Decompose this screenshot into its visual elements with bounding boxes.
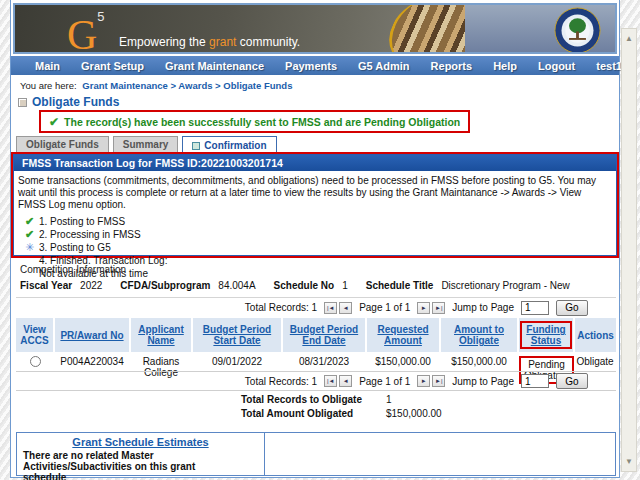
sort-requested-amount[interactable]: Requested Amount xyxy=(377,324,428,346)
vertical-scrollbar[interactable]: ▲ ▼ xyxy=(621,28,637,472)
page-title-row: Obligate Funds xyxy=(18,95,119,109)
fmss-step-2: ✔2. Processing in FMSS xyxy=(24,228,616,241)
g5-logo: G5 xyxy=(67,9,105,54)
page-indicator: Page 1 of 1 xyxy=(359,302,410,313)
breadcrumb: You are here: Grant Maintenance > Awards… xyxy=(20,80,292,91)
competition-section-label: Competition Information xyxy=(20,264,580,275)
first-page-button[interactable]: |◄ xyxy=(324,302,337,314)
page-title-icon xyxy=(18,98,27,107)
jump-to-page-label: Jump to Page xyxy=(452,302,514,313)
col-budget-end: Budget Period End Date xyxy=(282,318,366,352)
fiscal-year-value: 2022 xyxy=(80,280,102,291)
sort-funding-status[interactable]: Funding Status xyxy=(526,324,565,346)
success-message-text: The record(s) have been successfully sen… xyxy=(64,116,460,128)
col-requested-amount: Requested Amount xyxy=(366,318,440,352)
tab-summary-label: Summary xyxy=(123,139,169,150)
total-records-label: Total Records: 1 xyxy=(245,376,317,387)
tab-obligate-funds-label: Obligate Funds xyxy=(26,139,99,150)
nav-username: test1 xyxy=(596,60,622,72)
table-header-row: View ACCS PR/Award No Applicant Name Bud… xyxy=(16,318,616,352)
competition-information: Competition Information Fiscal Year2022 … xyxy=(20,264,580,291)
g5-logo-5: 5 xyxy=(97,9,104,24)
fmss-panel-instructions: Some transactions (commitments, decommit… xyxy=(14,171,616,213)
grant-schedule-estimates-title[interactable]: Grant Schedule Estimates xyxy=(61,436,221,448)
sort-applicant-name[interactable]: Applicant Name xyxy=(138,324,184,346)
jump-to-page-input[interactable] xyxy=(521,374,549,388)
down-arrow-icon: ▼ xyxy=(625,457,633,466)
pagination-bottom: Total Records: 1 |◄ ◄ Page 1 of 1 ► ►| J… xyxy=(16,371,616,391)
fmss-step-1: ✔1. Posting to FMSS xyxy=(24,215,616,228)
jump-to-page-input[interactable] xyxy=(521,301,549,315)
sort-pr-award-no[interactable]: PR/Award No xyxy=(60,330,123,341)
prev-page-button[interactable]: ◄ xyxy=(339,302,352,314)
page-indicator: Page 1 of 1 xyxy=(359,376,410,387)
total-amount-obligated-value: $150,000.00 xyxy=(386,407,442,421)
next-page-button[interactable]: ► xyxy=(417,302,430,314)
last-page-button[interactable]: ►| xyxy=(432,375,445,387)
schedule-no-label: Schedule No xyxy=(274,280,335,291)
tab-confirmation-label: Confirmation xyxy=(204,140,266,151)
total-records-label: Total Records: 1 xyxy=(245,302,317,313)
fiscal-year-label: Fiscal Year xyxy=(20,280,72,291)
col-view-accs: View ACCS xyxy=(16,318,54,352)
sort-amount-to-obligate[interactable]: Amount to Obligate xyxy=(454,324,504,346)
step-done-icon: ✔ xyxy=(24,228,35,241)
fmss-panel-inner: FMSS Transaction Log for FMSS ID:2022100… xyxy=(13,154,617,256)
total-records-to-obligate-value: 1 xyxy=(386,393,392,407)
col-amount-to-obligate: Amount to Obligate xyxy=(440,318,518,352)
tagline-suffix: community. xyxy=(236,35,300,49)
total-amount-obligated-label: Total Amount Obligated xyxy=(241,407,386,421)
nav-grant-setup[interactable]: Grant Setup xyxy=(81,60,144,72)
jump-to-page-label: Jump to Page xyxy=(452,376,514,387)
go-button[interactable]: Go xyxy=(556,373,588,389)
g5-application-window: G5 Empowering the grant community. Main … xyxy=(0,0,640,480)
tab-summary[interactable]: Summary xyxy=(113,136,179,153)
page-content: G5 Empowering the grant community. Main … xyxy=(10,0,620,478)
fmss-transaction-log-panel: FMSS Transaction Log for FMSS ID:2022100… xyxy=(11,152,619,258)
tab-confirmation[interactable]: Confirmation xyxy=(182,136,276,153)
banner: G5 Empowering the grant community. xyxy=(13,3,617,54)
nav-main[interactable]: Main xyxy=(35,60,60,72)
tagline-highlight: grant xyxy=(209,35,236,49)
cfda-value: 84.004A xyxy=(218,280,255,291)
breadcrumb-path[interactable]: Grant Maintenance > Awards > Obligate Fu… xyxy=(82,80,292,91)
scroll-up-button[interactable]: ▲ xyxy=(622,31,636,46)
sort-budget-start[interactable]: Budget Period Start Date xyxy=(203,324,271,346)
scroll-down-button[interactable]: ▼ xyxy=(622,454,636,469)
schedule-title-value: Discretionary Program - New xyxy=(441,280,569,291)
grant-schedule-estimates-cell: Grant Schedule Estimates There are no re… xyxy=(17,433,265,475)
first-page-button[interactable]: |◄ xyxy=(324,375,337,387)
page-title: Obligate Funds xyxy=(32,95,119,109)
grant-schedule-estimates-box: Grant Schedule Estimates There are no re… xyxy=(16,432,616,476)
nav-help[interactable]: Help xyxy=(493,60,517,72)
nav-payments[interactable]: Payments xyxy=(285,60,337,72)
col-budget-start: Budget Period Start Date xyxy=(192,318,282,352)
fmss-step-3: ✳3. Posting to G5 xyxy=(24,241,616,254)
fmss-step-3-label: 3. Posting to G5 xyxy=(39,241,111,254)
cfda-label: CFDA/Subprogram xyxy=(120,280,210,291)
grant-schedule-estimates-empty-cell xyxy=(265,433,615,475)
nav-reports[interactable]: Reports xyxy=(431,60,473,72)
nav-grant-maintenance[interactable]: Grant Maintenance xyxy=(165,60,264,72)
last-page-button[interactable]: ►| xyxy=(432,302,445,314)
select-award-radio[interactable] xyxy=(30,356,41,367)
total-amount-obligated-row: Total Amount Obligated $150,000.00 xyxy=(241,407,442,421)
nav-logout[interactable]: Logout xyxy=(538,60,575,72)
col-actions: Actions xyxy=(574,318,616,352)
next-page-button[interactable]: ► xyxy=(417,375,430,387)
prev-page-button[interactable]: ◄ xyxy=(339,375,352,387)
nav-g5-admin[interactable]: G5 Admin xyxy=(358,60,410,72)
g5-logo-g: G xyxy=(67,12,97,54)
pagination-top: Total Records: 1 |◄ ◄ Page 1 of 1 ► ►| J… xyxy=(16,297,616,317)
total-records-to-obligate-label: Total Records to Obligate xyxy=(241,393,386,407)
banner-tagline: Empowering the grant community. xyxy=(119,35,300,49)
main-nav: Main Grant Setup Grant Maintenance Payme… xyxy=(11,56,619,75)
department-of-education-seal-icon xyxy=(554,7,601,54)
fmss-step-2-label: 2. Processing in FMSS xyxy=(39,228,141,241)
fmss-step-1-label: 1. Posting to FMSS xyxy=(39,215,125,228)
go-button[interactable]: Go xyxy=(556,300,588,316)
breadcrumb-prefix: You are here: xyxy=(20,80,77,91)
tab-obligate-funds[interactable]: Obligate Funds xyxy=(16,136,109,153)
col-applicant-name: Applicant Name xyxy=(130,318,192,352)
sort-budget-end[interactable]: Budget Period End Date xyxy=(290,324,358,346)
